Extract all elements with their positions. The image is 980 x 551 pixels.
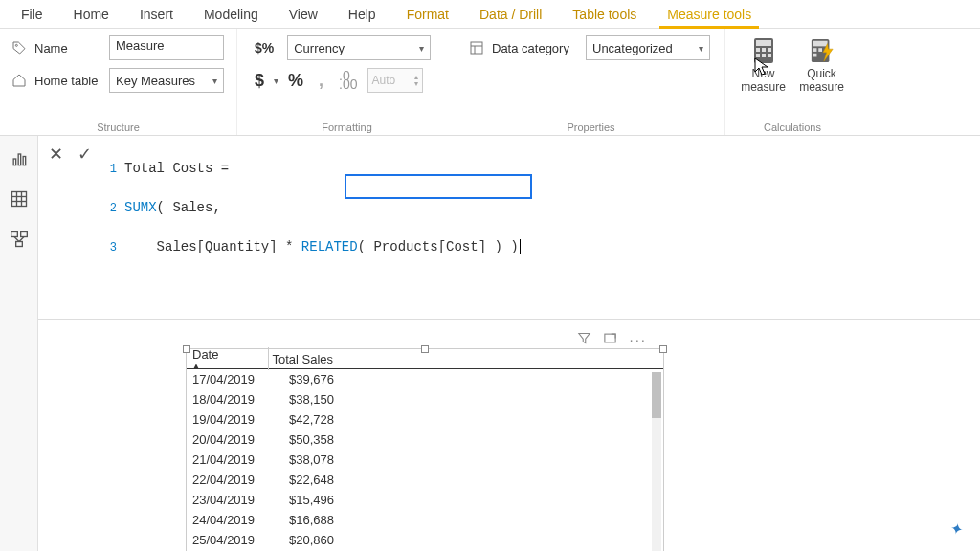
more-options-icon[interactable]: ··· xyxy=(629,331,647,348)
svg-rect-18 xyxy=(18,154,21,165)
formula-bar: ✕ ✓ 1Total Costs = 2SUMX( Sales, 3 Sales… xyxy=(38,136,980,320)
group-formatting: $% Currency ▾ $ ▾ % , .0.00 Auto ▴▾ xyxy=(237,29,457,135)
svg-rect-30 xyxy=(605,334,615,342)
resize-handle[interactable] xyxy=(183,345,190,353)
cell-value: $16,688 xyxy=(269,513,345,527)
svg-rect-20 xyxy=(11,192,26,207)
svg-line-29 xyxy=(19,237,24,242)
new-measure-button[interactable]: New measure xyxy=(737,34,790,94)
quick-measure-button[interactable]: Quick measure xyxy=(795,34,848,94)
calculator-bolt-icon xyxy=(810,36,835,65)
table-row[interactable]: 17/04/2019$39,676 xyxy=(187,369,663,389)
report-canvas[interactable]: ··· Date▲ Total Sales 17/04/2019$39,6761… xyxy=(38,320,980,551)
quick-measure-line1: Quick xyxy=(807,67,836,80)
group-structure: Name Measure Home table Key Measures ▾ S… xyxy=(0,29,237,135)
resize-handle[interactable] xyxy=(659,345,667,353)
svg-line-28 xyxy=(14,237,19,242)
data-category-select[interactable]: Uncategorized ▾ xyxy=(586,35,710,60)
table-row[interactable]: 19/04/2019$42,728 xyxy=(187,409,663,430)
filter-icon[interactable] xyxy=(577,331,591,348)
tab-table-tools[interactable]: Table tools xyxy=(557,1,652,28)
cell-value: $15,496 xyxy=(269,493,345,507)
percent-button[interactable]: % xyxy=(282,69,309,93)
dax-function: RELATED xyxy=(301,239,358,254)
formula-editor[interactable]: 1Total Costs = 2SUMX( Sales, 3 Sales[Qua… xyxy=(103,140,972,315)
column-header-date[interactable]: Date▲ xyxy=(187,347,269,370)
sort-asc-icon: ▲ xyxy=(192,362,268,370)
report-view-button[interactable] xyxy=(8,147,31,170)
svg-rect-26 xyxy=(20,232,27,237)
table-row[interactable]: 24/04/2019$16,688 xyxy=(187,510,663,530)
svg-rect-13 xyxy=(813,41,827,47)
formula-text: Sales[Quantity] * xyxy=(124,239,301,254)
currency-button[interactable]: $ xyxy=(249,69,270,93)
svg-rect-10 xyxy=(762,54,766,57)
name-input[interactable]: Measure xyxy=(109,35,224,60)
cell-date: 22/04/2019 xyxy=(187,473,269,487)
commit-formula-button[interactable]: ✓ xyxy=(75,143,94,165)
format-value: Currency xyxy=(294,41,345,55)
line-number: 2 xyxy=(103,199,117,218)
comma-button[interactable]: , xyxy=(313,69,329,93)
home-icon xyxy=(11,73,27,88)
resize-handle[interactable] xyxy=(421,345,429,353)
formula-text: Total Costs = xyxy=(124,161,229,176)
home-table-select[interactable]: Key Measures ▾ xyxy=(109,68,224,93)
column-header-total-sales[interactable]: Total Sales xyxy=(269,352,345,366)
table-row[interactable]: 20/04/2019$50,358 xyxy=(187,430,663,450)
tab-view[interactable]: View xyxy=(274,1,333,28)
cell-date: 18/04/2019 xyxy=(187,392,269,407)
tab-file[interactable]: File xyxy=(6,1,58,28)
svg-rect-25 xyxy=(11,232,17,237)
cell-value: $22,648 xyxy=(269,473,345,487)
tab-home[interactable]: Home xyxy=(58,1,124,28)
model-view-button[interactable] xyxy=(8,228,31,251)
scrollbar[interactable] xyxy=(652,372,661,551)
ribbon: Name Measure Home table Key Measures ▾ S… xyxy=(0,29,980,136)
table-visual[interactable]: Date▲ Total Sales 17/04/2019$39,67618/04… xyxy=(186,348,664,551)
data-category-label: Data category xyxy=(492,41,578,55)
table-row[interactable]: 21/04/2019$38,078 xyxy=(187,450,663,470)
focus-mode-icon[interactable] xyxy=(603,331,617,348)
main-area: ✕ ✓ 1Total Costs = 2SUMX( Sales, 3 Sales… xyxy=(0,136,980,551)
group-calculations: New measure Quick measure Calculations xyxy=(725,29,859,135)
chevron-down-icon: ▾ xyxy=(419,43,424,54)
format-select[interactable]: Currency ▾ xyxy=(287,35,431,60)
cancel-formula-button[interactable]: ✕ xyxy=(46,143,65,165)
decimal-decrease-button[interactable]: .0.00 xyxy=(333,70,363,91)
new-measure-line2: measure xyxy=(741,80,786,94)
view-rail xyxy=(0,136,38,551)
data-category-value: Uncategorized xyxy=(592,41,673,55)
svg-rect-5 xyxy=(756,40,771,46)
decimals-value: Auto xyxy=(372,74,396,87)
tab-insert[interactable]: Insert xyxy=(124,1,189,28)
table-row[interactable]: 25/04/2019$20,860 xyxy=(187,530,663,550)
table-row[interactable]: 22/04/2019$22,648 xyxy=(187,470,663,490)
decimals-input[interactable]: Auto ▴▾ xyxy=(368,68,423,93)
spinner-icon[interactable]: ▴▾ xyxy=(414,74,418,87)
scroll-thumb[interactable] xyxy=(652,372,661,418)
svg-rect-6 xyxy=(756,48,760,52)
cell-value: $38,078 xyxy=(269,452,345,467)
home-table-value: Key Measures xyxy=(116,74,195,88)
tab-format[interactable]: Format xyxy=(391,1,464,28)
cell-value: $20,860 xyxy=(269,533,345,547)
tag-icon xyxy=(11,40,27,55)
visual-toolbar: ··· xyxy=(577,331,647,348)
tab-measure-tools[interactable]: Measure tools xyxy=(652,1,767,28)
svg-rect-15 xyxy=(818,48,822,52)
table-row[interactable]: 23/04/2019$15,496 xyxy=(187,490,663,510)
tab-data-drill[interactable]: Data / Drill xyxy=(464,1,557,28)
svg-rect-14 xyxy=(813,48,816,52)
group-label-properties: Properties xyxy=(469,120,713,133)
table-row[interactable]: 18/04/2019$38,150 xyxy=(187,389,663,409)
chevron-down-icon[interactable]: ▾ xyxy=(274,76,278,86)
svg-rect-1 xyxy=(471,42,482,54)
caret xyxy=(520,239,528,254)
data-view-button[interactable] xyxy=(8,187,31,210)
cell-value: $42,728 xyxy=(269,412,345,427)
cell-date: 24/04/2019 xyxy=(187,513,269,527)
tab-help[interactable]: Help xyxy=(333,1,391,28)
line-number: 1 xyxy=(103,160,117,179)
tab-modeling[interactable]: Modeling xyxy=(189,1,274,28)
